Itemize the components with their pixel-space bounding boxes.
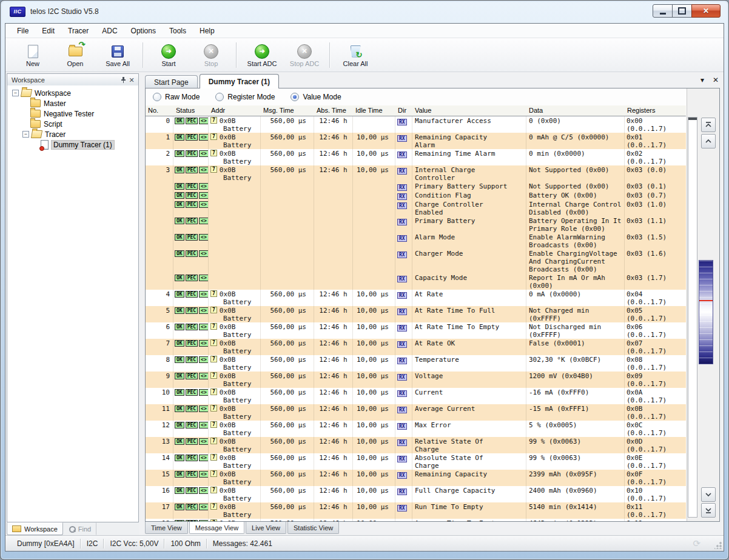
table-row[interactable]: 1OKPEC<>70x0BBattery560,00 µs12:46 h10,0… — [146, 133, 686, 149]
mode-label: Raw Mode — [165, 93, 200, 101]
cell-msg: 560,00 µs — [261, 470, 314, 486]
dir-badge-rx: RX — [397, 423, 407, 430]
cell-data: 2400 mAh (0x0960) — [526, 486, 625, 502]
tree-item-negative-tester[interactable]: Negative Tester — [7, 108, 138, 119]
column-header-value[interactable]: Value — [412, 105, 526, 116]
doc-tab-start-page[interactable]: Start Page — [145, 75, 198, 88]
close-button[interactable]: ✕ — [691, 4, 721, 18]
trace-minimap[interactable] — [699, 260, 713, 364]
tree-item-workspace[interactable]: −Workspace — [7, 88, 138, 98]
menu-item-options[interactable]: Options — [124, 25, 163, 37]
column-header-msg-time[interactable]: Msg. Time — [261, 105, 314, 116]
addr-hex: 0x0B — [220, 323, 236, 331]
column-header-no[interactable]: No. — [146, 105, 173, 116]
view-tab-statistic-view[interactable]: Statistic View — [287, 522, 339, 534]
dock-tab-workspace[interactable]: Workspace — [7, 522, 63, 535]
expander-icon[interactable]: − — [22, 131, 29, 138]
table-row[interactable]: 0OKPEC<>70x0BBattery560,00 µs12:46 hRXMa… — [146, 116, 686, 133]
resize-grip[interactable] — [714, 542, 722, 549]
table-row[interactable]: 9OKPEC<>70x0BBattery560,00 µs12:46 h10,0… — [146, 372, 686, 388]
table-row[interactable]: 6OKPEC<>70x0BBattery560,00 µs12:46 h10,0… — [146, 322, 686, 339]
table-row[interactable]: 14OKPEC<>70x0BBattery560,00 µs12:46 h10,… — [146, 453, 686, 470]
column-header-dir[interactable]: Dir — [395, 105, 412, 116]
column-header-status[interactable]: Status — [173, 105, 209, 116]
minimize-button[interactable] — [653, 4, 673, 18]
table-row[interactable]: 16OKPEC<>70x0BBattery560,00 µs12:46 h10,… — [146, 486, 686, 502]
start-adc-button[interactable]: ➜Start ADC — [241, 42, 283, 68]
table-row[interactable]: 8OKPEC<>70x0BBattery560,00 µs12:46 h10,0… — [146, 355, 686, 372]
scrollbar-thumb[interactable] — [688, 118, 697, 120]
table-row[interactable]: 12OKPEC<>70x0BBattery560,00 µs12:46 h10,… — [146, 421, 686, 437]
status-badge-: <> — [199, 487, 209, 494]
cell-status: OKPEC<> — [173, 306, 209, 322]
table-row[interactable]: 13OKPEC<>70x0BBattery560,00 µs12:46 h10,… — [146, 437, 686, 453]
table-row[interactable]: 17OKPEC<>70x0BBattery560,00 µs12:46 h10,… — [146, 502, 686, 519]
column-header-registers[interactable]: Registers — [625, 105, 686, 116]
view-tab-live-view[interactable]: Live View — [246, 522, 286, 534]
status-badge-: <> — [199, 356, 209, 363]
status-badge-pec: PEC — [186, 250, 198, 257]
mode-radio-raw-mode[interactable]: Raw Mode — [153, 93, 200, 101]
table-row[interactable]: 11OKPEC<>70x0BBattery560,00 µs12:46 h10,… — [146, 404, 686, 421]
close-panel-icon[interactable]: ✕ — [127, 76, 136, 84]
mode-radio-register-mode[interactable]: Register Mode — [215, 93, 275, 101]
view-tab-message-view[interactable]: Message View — [189, 521, 244, 534]
dir-badge-rx: RX — [397, 219, 407, 225]
open-button[interactable]: ↷Open — [54, 42, 96, 68]
status-badge-ok: OK — [175, 183, 184, 190]
cell-reg: 0x04 (0.0..1.7) — [625, 290, 686, 306]
table-row[interactable]: 10OKPEC<>70x0BBattery560,00 µs12:46 h10,… — [146, 388, 686, 404]
clear-all-button[interactable]: ↻Clear All — [334, 42, 377, 68]
pin-icon[interactable] — [119, 76, 127, 84]
table-row[interactable]: 15OKPEC<>70x0BBattery560,00 µs12:46 h10,… — [146, 470, 686, 486]
radio-icon — [215, 93, 224, 101]
view-tab-time-view[interactable]: Time View — [145, 522, 188, 534]
maximize-button[interactable] — [672, 4, 692, 18]
scroll-to-top-button[interactable] — [701, 118, 716, 132]
tab-close-icon[interactable]: ✕ — [713, 76, 719, 84]
scroll-to-bottom-button[interactable] — [701, 503, 716, 518]
column-header-idle-time[interactable]: Idle Time — [353, 105, 395, 116]
table-row[interactable]: 5OKPEC<>70x0BBattery560,00 µs12:46 h10,0… — [146, 306, 686, 322]
save-all-button[interactable]: Save All — [96, 42, 139, 68]
column-header-abs-time[interactable]: Abs. Time — [314, 105, 353, 116]
tree-item-master[interactable]: Master — [7, 98, 138, 108]
addr-name: Battery — [209, 445, 260, 453]
new-button[interactable]: New — [12, 42, 54, 68]
table-row[interactable]: 4OKPEC<>70x0BBattery560,00 µs12:46 h10,0… — [146, 290, 686, 306]
cell-dir: RX — [395, 322, 412, 339]
cell-msg — [261, 200, 314, 216]
menu-item-edit[interactable]: Edit — [35, 25, 61, 37]
tab-list-dropdown-icon[interactable]: ▾ — [700, 76, 704, 84]
vertical-scrollbar[interactable] — [688, 117, 697, 518]
cell-abs: 12:46 h — [314, 388, 353, 404]
title-bar[interactable]: IIC telos I2C Studio V5.8 — [0, 0, 729, 23]
mode-radio-value-mode[interactable]: Value Mode — [291, 93, 341, 101]
scroll-down-button[interactable] — [701, 487, 716, 502]
scroll-up-button[interactable] — [701, 134, 716, 148]
table-row[interactable]: 18OKPEC<>70x0BBattery560,00 µs12:46 h10,… — [146, 519, 686, 521]
table-row[interactable]: 7OKPEC<>70x0BBattery560,00 µs12:46 h10,0… — [146, 339, 686, 355]
tree-item-script[interactable]: Script — [7, 119, 138, 129]
table-row[interactable]: 2OKPEC<>70x0BBattery560,00 µs12:46 h10,0… — [146, 149, 686, 165]
doc-tab-dummy-tracer-1[interactable]: Dummy Tracer (1) — [200, 74, 279, 88]
menu-item-adc[interactable]: ADC — [95, 25, 124, 37]
status-badge-pec: PEC — [186, 192, 198, 199]
column-header-data[interactable]: Data — [526, 105, 625, 116]
tree-item-tracer[interactable]: −Tracer — [7, 129, 138, 139]
column-header-addr[interactable]: Addr — [209, 105, 261, 116]
table-row[interactable]: 3OKPEC<>70x0BBattery560,00 µs12:46 h10,0… — [146, 165, 686, 290]
addr-bit-badge: 7 — [210, 454, 217, 461]
start-button[interactable]: ➜Start — [147, 42, 190, 68]
menu-item-tracer[interactable]: Tracer — [61, 25, 95, 37]
addr-line: 70x0B — [209, 339, 260, 347]
expander-icon[interactable]: − — [12, 90, 19, 96]
menu-item-file[interactable]: File — [10, 25, 35, 37]
cell-reg: 0x07 (0.0..1.7) — [625, 339, 686, 355]
menu-item-tools[interactable]: Tools — [163, 25, 193, 37]
menu-item-help[interactable]: Help — [193, 25, 221, 37]
cell-val: At Rate Time To Empty — [412, 322, 526, 339]
cell-val: Run Time To Empty — [412, 502, 526, 519]
dock-tab-find[interactable]: Find — [63, 522, 96, 535]
tree-item-dummy-tracer-1[interactable]: Dummy Tracer (1) — [7, 139, 138, 150]
